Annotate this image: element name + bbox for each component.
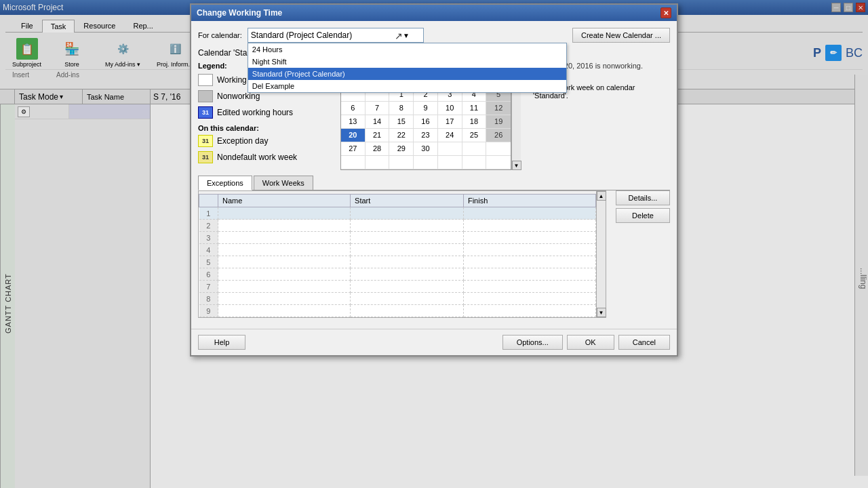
options-button[interactable]: Options...	[502, 335, 563, 350]
table-row-9[interactable]: 9	[199, 305, 596, 317]
cal-cell-6[interactable]: 6	[341, 102, 366, 115]
row-finish-6[interactable]	[463, 268, 595, 281]
details-button[interactable]: Details...	[616, 190, 670, 205]
legend-nondefault: 31 Nondefault work week	[198, 151, 334, 163]
table-row-6[interactable]: 6	[199, 268, 596, 281]
row-finish-2[interactable]	[463, 220, 595, 232]
cal-cell-ex-2[interactable]	[366, 156, 390, 169]
cal-cell-21[interactable]: 21	[366, 129, 390, 142]
exceptions-table: Name Start Finish 1	[199, 194, 596, 317]
tabs-row: Exceptions Work Weeks	[198, 176, 670, 190]
table-row-3[interactable]: 3	[199, 232, 596, 244]
row-name-9[interactable]	[218, 305, 351, 317]
cal-cell-7[interactable]: 7	[366, 102, 390, 115]
row-start-2[interactable]	[351, 220, 464, 232]
ok-button[interactable]: OK	[567, 335, 614, 350]
row-finish-4[interactable]	[463, 244, 595, 256]
cal-cell-28[interactable]: 28	[366, 142, 390, 156]
table-row-7[interactable]: 7	[199, 281, 596, 293]
cal-cell-17[interactable]: 17	[438, 115, 462, 129]
cal-cell-22[interactable]: 22	[389, 129, 414, 142]
cal-week-3: 13 14 15 16 17 18 19	[341, 115, 511, 129]
row-name-2[interactable]	[218, 220, 351, 232]
row-start-9[interactable]	[351, 305, 464, 317]
tab-workweeks[interactable]: Work Weeks	[254, 176, 313, 190]
cal-cell-14[interactable]: 14	[366, 115, 390, 129]
cal-cell-11[interactable]: 11	[462, 102, 487, 115]
table-row-2[interactable]: 2	[199, 220, 596, 232]
cal-cell-empty-4[interactable]	[462, 142, 487, 156]
row-name-4[interactable]	[218, 244, 351, 256]
row-start-4[interactable]	[351, 244, 464, 256]
legend-exception-box: 31	[198, 135, 213, 147]
cal-cell-20[interactable]: 20	[341, 129, 366, 142]
create-new-calendar-button[interactable]: Create New Calendar ...	[572, 28, 670, 43]
row-start-7[interactable]	[351, 281, 464, 293]
calendar-select-wrapper: Standard (Project Calendar) ▼ 24 Hours N…	[248, 28, 567, 43]
dropdown-option-24hours[interactable]: 24 Hours	[248, 43, 566, 56]
row-name-6[interactable]	[218, 268, 351, 281]
cal-cell-ex-4[interactable]	[414, 156, 438, 169]
row-start-3[interactable]	[351, 232, 464, 244]
table-row-4[interactable]: 4	[199, 244, 596, 256]
row-finish-9[interactable]	[463, 305, 595, 317]
row-name-7[interactable]	[218, 281, 351, 293]
table-scroll-down[interactable]: ▼	[597, 308, 606, 317]
row-finish-8[interactable]	[463, 293, 595, 305]
cancel-button[interactable]: Cancel	[618, 335, 670, 350]
cal-cell-ex-1[interactable]	[341, 156, 366, 169]
cal-cell-12[interactable]: 12	[486, 102, 511, 115]
table-row-8[interactable]: 8	[199, 293, 596, 305]
cal-cell-9[interactable]: 9	[414, 102, 438, 115]
row-finish-3[interactable]	[463, 232, 595, 244]
cal-cell-ex-7[interactable]	[486, 156, 511, 169]
calendar-dropdown[interactable]: 24 Hours Night Shift Standard (Project C…	[248, 43, 567, 93]
dropdown-option-delexample[interactable]: Del Example	[248, 80, 566, 92]
cal-cell-23[interactable]: 23	[414, 129, 438, 142]
cal-cell-30[interactable]: 30	[414, 142, 438, 156]
row-finish-1[interactable]	[463, 207, 595, 220]
cal-cell-15[interactable]: 15	[389, 115, 414, 129]
row-num-7: 7	[199, 281, 218, 293]
cal-cell-8[interactable]: 8	[389, 102, 414, 115]
tab-exceptions[interactable]: Exceptions	[198, 176, 252, 190]
cal-cell-26[interactable]: 26	[486, 129, 511, 142]
cal-cell-13[interactable]: 13	[341, 115, 366, 129]
cal-cell-10[interactable]: 10	[438, 102, 462, 115]
row-finish-7[interactable]	[463, 281, 595, 293]
row-start-8[interactable]	[351, 293, 464, 305]
help-button[interactable]: Help	[198, 335, 245, 350]
cal-cell-27[interactable]: 27	[341, 142, 366, 156]
row-finish-5[interactable]	[463, 256, 595, 268]
delete-button[interactable]: Delete	[616, 208, 670, 223]
table-scroll-up[interactable]: ▲	[597, 191, 606, 201]
row-start-1[interactable]	[351, 207, 464, 220]
cal-cell-empty-5[interactable]	[486, 142, 511, 156]
dropdown-option-standard[interactable]: Standard (Project Calendar)	[248, 68, 566, 80]
cal-scroll-down[interactable]: ▼	[512, 161, 521, 170]
cal-cell-ex-5[interactable]	[438, 156, 462, 169]
cal-cell-24[interactable]: 24	[438, 129, 462, 142]
dialog-close-button[interactable]: ✕	[660, 7, 671, 18]
footer-right-buttons: Options... OK Cancel	[502, 335, 670, 350]
cal-cell-16[interactable]: 16	[414, 115, 438, 129]
cal-week-5: 27 28 29 30	[341, 142, 511, 156]
row-start-5[interactable]	[351, 256, 464, 268]
cal-cell-18[interactable]: 18	[462, 115, 487, 129]
row-name-5[interactable]	[218, 256, 351, 268]
row-start-6[interactable]	[351, 268, 464, 281]
table-row-5[interactable]: 5	[199, 256, 596, 268]
table-row-active[interactable]: 1	[199, 207, 596, 220]
cal-week-6	[341, 156, 511, 169]
row-num-2: 2	[199, 220, 218, 232]
cal-cell-empty-3[interactable]	[438, 142, 462, 156]
cal-cell-25[interactable]: 25	[462, 129, 487, 142]
dropdown-option-nightshift[interactable]: Night Shift	[248, 56, 566, 68]
row-name-3[interactable]	[218, 232, 351, 244]
row-name-8[interactable]	[218, 293, 351, 305]
cal-cell-ex-6[interactable]	[462, 156, 487, 169]
cal-cell-ex-3[interactable]	[389, 156, 414, 169]
row-name-1[interactable]	[218, 207, 351, 220]
cal-cell-19[interactable]: 19	[486, 115, 511, 129]
cal-cell-29[interactable]: 29	[389, 142, 414, 156]
